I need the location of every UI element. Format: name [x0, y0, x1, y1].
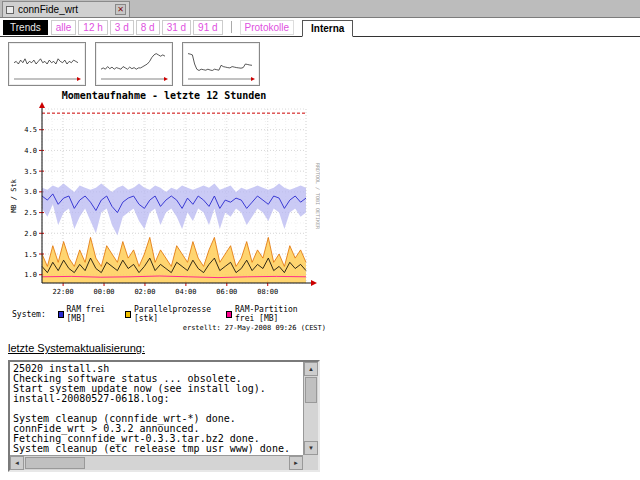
nav-trends[interactable]: Trends [3, 20, 48, 35]
legend-swatch-icon [226, 311, 232, 318]
svg-text:4.0: 4.0 [24, 147, 37, 155]
horizontal-scrollbar-thumb[interactable] [25, 457, 85, 469]
scroll-up-icon[interactable]: ▲ [304, 362, 318, 376]
nav-ranges: alle12 h3 d8 d31 d91 d [51, 20, 225, 35]
chart-title: Momentaufnahme - letzte 12 Stunden [8, 90, 320, 101]
legend-swatch-icon [58, 311, 64, 318]
tab-interna[interactable]: Interna [302, 20, 353, 37]
close-icon[interactable]: ✕ [115, 4, 126, 15]
svg-text:MB / Stk: MB / Stk [10, 178, 18, 213]
window-icon [6, 6, 14, 14]
chart-legend: RAM frei [MB]Parallelprozesse [stk]RAM-P… [58, 305, 320, 323]
svg-text:3.5: 3.5 [24, 168, 37, 176]
legend-system-label: System: [12, 310, 46, 319]
log-text: 25020 install.sh Checking software statu… [10, 362, 303, 455]
nav-range-8d[interactable]: 8 d [136, 20, 160, 35]
svg-text:3.0: 3.0 [24, 188, 37, 196]
svg-text:02:00: 02:00 [134, 288, 155, 296]
nav-range-12h[interactable]: 12 h [78, 20, 107, 35]
scroll-down-icon[interactable]: ▼ [304, 441, 318, 455]
legend-item: RAM-Partition frei [MB] [226, 305, 320, 323]
main-graph: 1.01.52.02.53.03.54.04.522:0000:0002:000… [8, 101, 320, 305]
svg-text:08:00: 08:00 [257, 288, 278, 296]
update-heading: letzte Systemaktualisierung: [8, 342, 640, 354]
mini-chart-3 [186, 46, 256, 82]
nav-range-3d[interactable]: 3 d [110, 20, 134, 35]
legend-item: RAM frei [MB] [58, 305, 114, 323]
titlebar: connFide_wrt ✕ [0, 0, 640, 18]
main-nav: Trends alle12 h3 d8 d31 d91 d Protokolle… [0, 18, 640, 37]
chart-legend-row: System: RAM frei [MB]Parallelprozesse [s… [12, 305, 320, 323]
nav-range-91d[interactable]: 91 d [193, 20, 222, 35]
svg-text:1.0: 1.0 [24, 271, 37, 279]
nav-protokolle[interactable]: Protokolle [240, 20, 294, 35]
vertical-scrollbar[interactable]: ▲ ▼ [303, 362, 318, 455]
svg-text:00:00: 00:00 [94, 288, 115, 296]
svg-text:2.5: 2.5 [24, 209, 37, 217]
scroll-left-icon[interactable]: ◄ [10, 456, 24, 470]
vertical-scrollbar-thumb[interactable] [305, 377, 317, 403]
update-section: letzte Systemaktualisierung: 25020 insta… [8, 342, 640, 472]
nav-range-alle[interactable]: alle [51, 20, 77, 35]
log-box[interactable]: 25020 install.sh Checking software statu… [8, 360, 320, 472]
window-title: connFide_wrt [18, 4, 111, 15]
thumbnail-row [8, 42, 640, 86]
chart-created-timestamp: erstellt: 27-May-2008 09:26 (CEST) [8, 324, 326, 332]
svg-text:1.5: 1.5 [24, 251, 37, 259]
legend-item: Parallelprozesse [stk] [125, 305, 215, 323]
horizontal-scrollbar[interactable]: ◄ ► [10, 455, 303, 470]
svg-text:22:00: 22:00 [53, 288, 74, 296]
chart-section: Momentaufnahme - letzte 12 Stunden 1.01.… [0, 90, 640, 332]
scrollbar-corner [303, 455, 318, 470]
nav-range-31d[interactable]: 31 d [162, 20, 191, 35]
thumbnail-graph-2[interactable] [95, 42, 173, 86]
svg-text:2.0: 2.0 [24, 230, 37, 238]
mini-chart-1 [12, 46, 82, 82]
svg-text:RRDTOOL / TOBI OETIKER: RRDTOOL / TOBI OETIKER [315, 163, 320, 230]
nav-divider [231, 21, 232, 33]
thumbnail-graph-3[interactable] [182, 42, 260, 86]
svg-text:4.5: 4.5 [24, 126, 37, 134]
svg-text:04:00: 04:00 [175, 288, 196, 296]
legend-swatch-icon [125, 311, 131, 318]
window-tab[interactable]: connFide_wrt ✕ [2, 1, 130, 17]
scroll-right-icon[interactable]: ► [289, 456, 303, 470]
mini-chart-2 [99, 46, 169, 82]
svg-text:06:00: 06:00 [216, 288, 237, 296]
thumbnail-graph-1[interactable] [8, 42, 86, 86]
